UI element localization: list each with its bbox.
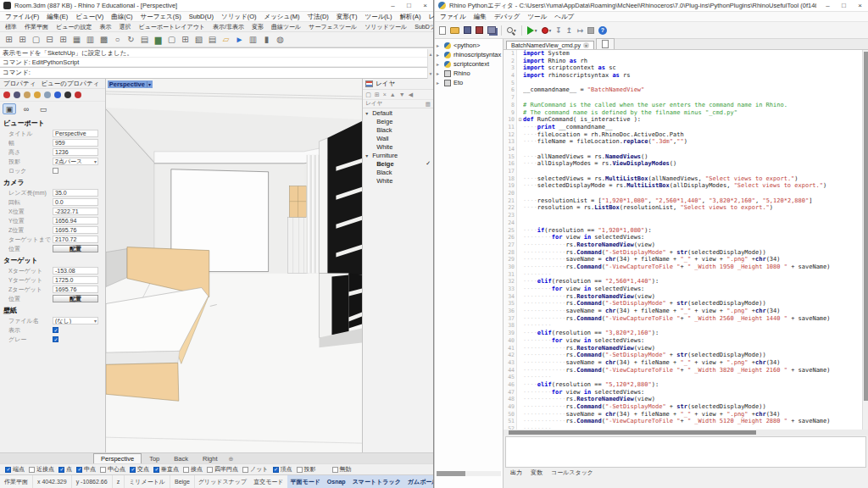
save-as-icon[interactable] [475,24,484,36]
tree-horizontal-scrollbar[interactable] [437,471,501,476]
menu-item[interactable]: 編集 [474,13,487,21]
property-value[interactable]: 35.0 [53,189,98,197]
stylus-icon[interactable] [24,92,31,98]
status-toggle[interactable]: ガムボール [404,475,433,488]
menu-item[interactable]: サーフェス(S) [141,13,181,21]
property-value[interactable]: 2点パース [53,158,98,165]
toolbar-tab[interactable]: 選択 [120,23,131,31]
tree-item[interactable]: ▸Rhino [435,69,503,78]
menu-item[interactable]: SubD(U) [189,13,214,20]
layer-group-row[interactable]: ▾Furniture [363,151,433,159]
menu-item[interactable]: デバッグ [494,13,520,21]
pointer-icon[interactable]: ► [233,33,246,46]
menu-item[interactable]: ファイル(F) [5,13,39,21]
delete-layer-icon[interactable]: × [383,92,387,97]
viewport-tab-perspective[interactable]: Perspective [93,453,142,463]
osnap-checkbox[interactable] [183,467,189,473]
material-icon[interactable] [14,92,20,98]
expand-icon[interactable]: ▾ [365,110,372,116]
notifications-icon[interactable] [54,92,61,98]
dropdown-arrow-icon[interactable]: ▾ [514,28,516,33]
zoom-icon[interactable]: ○ [111,33,124,46]
breakpoint-icon[interactable]: ▾ [541,24,553,36]
close-button[interactable]: × [417,0,433,12]
property-value[interactable]: 1236 [53,148,98,156]
disable-checkbox[interactable] [332,467,338,473]
toolbar-tab[interactable]: SubDツール [415,23,433,31]
viewport-title-label[interactable]: Perspective ▾ [108,80,153,88]
menu-item[interactable]: ツール(L) [364,13,392,21]
osnap-item[interactable]: 中点 [76,465,96,474]
menu-item[interactable]: 解析(A) [399,13,420,21]
search-icon[interactable]: ▾ [506,24,517,36]
new-layer-icon[interactable]: ▢ [365,92,371,98]
tree-item[interactable]: ▸rhinoscriptsyntax [435,50,503,59]
grid-options-icon[interactable]: ⊞ [179,33,192,46]
表示-checkbox[interactable] [53,327,58,333]
osnap-checkbox[interactable] [153,467,159,473]
property-value[interactable]: 1695.76 [53,286,98,293]
toolbar-tab[interactable]: 表示 [100,23,112,31]
add-viewport-icon[interactable]: ⊕ [225,455,236,463]
expand-icon[interactable]: ▸ [437,70,442,76]
property-value[interactable]: (なし) [53,317,98,324]
toolbar-tab[interactable]: 変形 [252,23,264,31]
display-mode-icon[interactable]: ▤ [138,33,151,46]
osnap-checkbox[interactable] [29,467,35,473]
property-value[interactable]: 2170.72 [53,236,98,243]
layer-row[interactable]: Beige [363,117,433,125]
status-toggle[interactable]: スマートトラック [349,475,404,488]
osnap-checkbox[interactable] [130,467,136,473]
save-icon[interactable] [463,24,472,36]
osnap-item[interactable]: 四半円点 [207,465,238,474]
new-sublayer-icon[interactable]: ⊞ [375,92,380,98]
command-input[interactable]: コマンド: ▲▼ [0,68,433,79]
dropdown-arrow-icon[interactable]: ▾ [535,28,537,33]
viewport-layout-icon[interactable]: ⊞ [3,33,15,46]
tree-item[interactable]: ▸scriptcontext [435,59,503,69]
menu-item[interactable]: ソリッド(O) [221,13,257,21]
layer-row[interactable]: Black [363,168,433,176]
properties-tab[interactable]: プロパティ [3,80,36,88]
help-icon[interactable]: ? [598,24,608,36]
synchronize-views-icon[interactable]: ▩ [97,33,110,46]
menu-item[interactable]: ファイル [440,13,466,21]
osnap-item[interactable]: 端点 [5,465,25,474]
status-toggle[interactable]: 平面モード [287,475,324,488]
osnap-checkbox[interactable] [273,467,279,473]
move-up-icon[interactable]: ▲ [390,92,396,97]
fold-marker[interactable]: ⊟ [517,116,523,124]
property-value[interactable]: Perspective [53,130,98,137]
code-horizontal-scrollbar[interactable] [504,430,868,435]
layer-row[interactable]: White [363,176,433,185]
file-tab[interactable]: BatchNamedView_cmd.py × [506,41,594,49]
units-label[interactable]: ミリメートル [125,475,170,488]
osnap-checkbox[interactable] [76,467,82,473]
cplane-label[interactable]: 作業平面 [0,475,33,488]
property-value[interactable]: 0.0 [53,198,98,206]
command-scrollbar[interactable]: ▲▼ [427,49,433,79]
save-all-icon[interactable] [487,24,497,36]
expand-icon[interactable]: ▸ [437,42,442,48]
osnap-checkbox[interactable] [242,467,248,473]
osnap-item[interactable]: 投影 [297,465,316,474]
osnap-item[interactable]: 頂点 [273,465,292,474]
object-properties-icon[interactable] [3,92,10,98]
expand-icon[interactable]: ▸ [437,61,442,67]
move-down-icon[interactable]: ▼ [399,92,405,97]
expand-icon[interactable]: ▸ [437,80,442,86]
step-over-icon[interactable]: ↥ [565,24,574,36]
new-file-icon[interactable] [438,24,447,36]
property-value[interactable]: 1725.0 [53,276,98,284]
osnap-item[interactable]: 接点 [183,465,203,474]
print-setup-icon[interactable]: ▥ [247,33,259,46]
new-viewport-icon[interactable]: ⊞ [57,33,70,46]
layer-group-row[interactable]: ▾Default [363,108,433,117]
output-tab[interactable]: コールスタック [551,469,593,477]
layer-columns-icon[interactable]: ▥ [426,101,431,108]
property-value[interactable]: 959 [53,139,98,147]
osnap-item[interactable]: 垂直点 [153,465,179,474]
run-script-icon[interactable]: ▾ [526,24,538,36]
place-button[interactable]: 配置 [53,245,98,252]
menu-item[interactable]: 編集(E) [47,13,68,21]
